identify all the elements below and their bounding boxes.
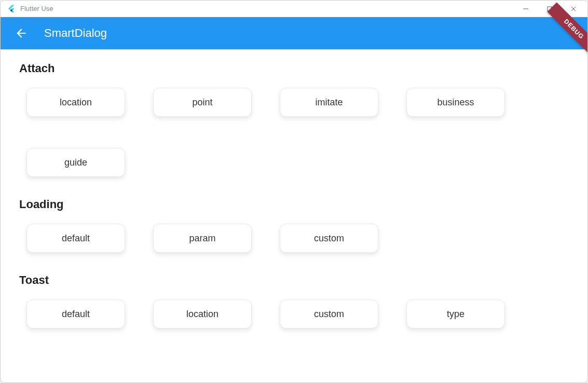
section-loading: Loadingdefaultparamcustom (19, 198, 569, 253)
demo-button-location[interactable]: location (26, 88, 125, 117)
window-minimize-button[interactable] (514, 1, 538, 17)
window-maximize-button[interactable] (538, 1, 562, 17)
button-grid: locationpointimitatebusinessguide (19, 88, 569, 177)
section-title: Attach (19, 62, 569, 75)
demo-button-type[interactable]: type (406, 299, 505, 329)
demo-button-point[interactable]: point (153, 88, 252, 117)
window-titlebar: Flutter Use (1, 1, 587, 17)
svg-rect-1 (548, 7, 552, 11)
section-title: Loading (19, 198, 569, 211)
section-attach: Attachlocationpointimitatebusinessguide (19, 62, 569, 177)
app-bar: SmartDialog DEBUG (1, 17, 587, 49)
demo-button-param[interactable]: param (153, 224, 252, 253)
demo-button-label: default (62, 309, 90, 320)
demo-button-label: location (186, 309, 218, 320)
demo-button-default[interactable]: default (26, 224, 125, 253)
demo-button-custom[interactable]: custom (280, 299, 378, 329)
window-controls (514, 1, 585, 17)
demo-button-label: default (62, 233, 90, 244)
demo-button-default[interactable]: default (26, 299, 125, 329)
demo-button-label: param (189, 233, 215, 244)
demo-button-label: imitate (315, 97, 343, 108)
demo-button-imitate[interactable]: imitate (280, 88, 378, 117)
back-button[interactable] (13, 25, 30, 42)
window-close-button[interactable] (562, 1, 585, 17)
demo-button-location[interactable]: location (153, 299, 252, 329)
button-grid: defaultlocationcustomtype (19, 299, 569, 329)
window-title: Flutter Use (20, 5, 53, 12)
section-title: Toast (19, 273, 569, 287)
demo-button-guide[interactable]: guide (26, 148, 125, 177)
demo-button-label: point (192, 97, 212, 108)
app-title: SmartDialog (44, 26, 107, 40)
button-grid: defaultparamcustom (19, 224, 569, 253)
demo-button-custom[interactable]: custom (280, 224, 378, 253)
app-window: Flutter Use SmartDialog DEBUG Attachloca… (0, 0, 588, 383)
demo-button-label: custom (314, 233, 344, 244)
demo-button-label: location (60, 97, 92, 108)
demo-button-label: business (437, 97, 474, 108)
demo-button-label: guide (64, 157, 87, 168)
demo-button-label: type (447, 309, 464, 320)
demo-button-business[interactable]: business (406, 88, 505, 117)
section-toast: Toastdefaultlocationcustomtype (19, 273, 569, 329)
flutter-logo-icon (7, 4, 16, 13)
content-scroll-area[interactable]: AttachlocationpointimitatebusinessguideL… (1, 49, 587, 382)
demo-button-label: custom (314, 309, 344, 320)
